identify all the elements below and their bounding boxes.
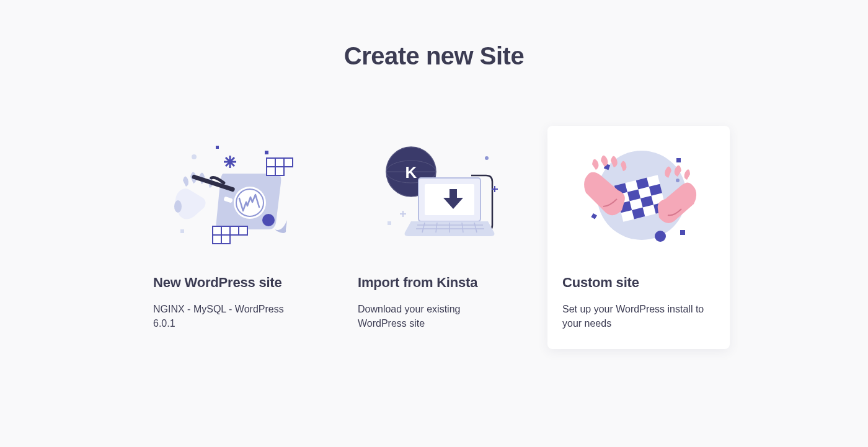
- new-wordpress-illustration: [153, 139, 306, 251]
- svg-rect-20: [221, 226, 230, 235]
- svg-rect-23: [213, 235, 221, 244]
- svg-point-52: [655, 231, 666, 242]
- svg-point-53: [609, 231, 614, 236]
- svg-point-27: [485, 156, 489, 160]
- svg-rect-19: [213, 226, 221, 235]
- option-description: NGINX - MySQL - WordPress 6.0.1: [153, 302, 306, 330]
- option-title: Custom site: [562, 275, 715, 291]
- svg-rect-15: [275, 158, 284, 167]
- svg-point-11: [174, 200, 182, 213]
- page-title: Create new Site: [344, 42, 524, 70]
- option-title: Import from Kinsta: [358, 275, 510, 291]
- option-title: New WordPress site: [153, 275, 306, 291]
- create-site-page: Create new Site: [0, 0, 868, 349]
- hands-puzzle-icon: [567, 139, 710, 251]
- svg-rect-49: [676, 158, 681, 162]
- svg-rect-18: [275, 167, 284, 175]
- svg-point-2: [192, 154, 197, 159]
- site-options-row: New WordPress site NGINX - MySQL - WordP…: [138, 126, 730, 349]
- svg-point-54: [676, 179, 680, 182]
- option-custom-site[interactable]: Custom site Set up your WordPress instal…: [547, 126, 730, 349]
- import-kinsta-illustration: K: [358, 139, 510, 251]
- svg-rect-50: [591, 213, 597, 219]
- svg-rect-0: [265, 151, 268, 154]
- svg-point-9: [234, 187, 266, 219]
- option-new-wordpress[interactable]: New WordPress site NGINX - MySQL - WordP…: [138, 126, 321, 349]
- wand-wordpress-icon: [158, 139, 301, 251]
- svg-rect-1: [216, 146, 219, 149]
- svg-rect-16: [284, 158, 293, 167]
- option-description: Download your existing WordPress site: [358, 302, 510, 330]
- svg-rect-14: [267, 158, 275, 167]
- svg-point-25: [262, 214, 275, 226]
- svg-rect-24: [221, 235, 230, 244]
- svg-rect-17: [267, 167, 275, 175]
- svg-rect-22: [239, 226, 247, 235]
- laptop-download-icon: K: [363, 139, 505, 251]
- svg-text:K: K: [405, 163, 417, 182]
- option-description: Set up your WordPress install to your ne…: [562, 302, 715, 330]
- custom-site-illustration: [562, 139, 715, 251]
- option-import-kinsta[interactable]: K: [343, 126, 525, 349]
- svg-rect-4: [180, 229, 184, 233]
- svg-rect-26: [388, 221, 391, 225]
- svg-rect-21: [230, 226, 239, 235]
- svg-rect-51: [680, 230, 685, 235]
